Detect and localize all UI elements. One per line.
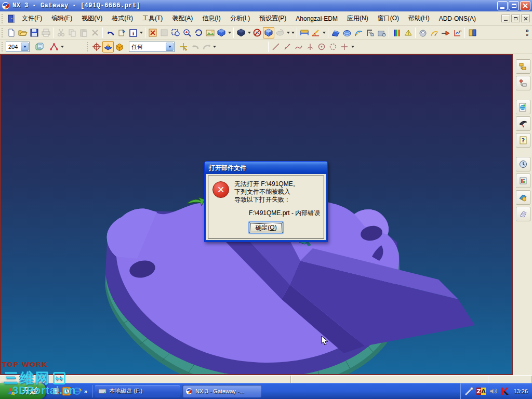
menu-information[interactable]: 信息(I) <box>197 12 225 25</box>
layer-combo[interactable]: 204 <box>6 42 30 52</box>
menu-edit[interactable]: 编辑(E) <box>47 12 77 25</box>
plus-tool-button[interactable] <box>339 41 350 52</box>
menu-ahongzai-edm[interactable]: Ahongzai-EDM <box>291 13 342 24</box>
start-button[interactable]: 开始 <box>0 383 46 399</box>
rotate-view-button[interactable] <box>193 27 204 38</box>
web-browser-button[interactable] <box>516 100 530 114</box>
snap-midpoint-button[interactable] <box>102 41 114 52</box>
measure-angle-button[interactable] <box>310 27 322 38</box>
display-mode-cube-button[interactable] <box>235 27 247 38</box>
toolbar-grip[interactable] <box>2 28 4 37</box>
information-button[interactable]: i <box>127 27 139 38</box>
save-button[interactable] <box>29 27 40 38</box>
analysis-surface-button[interactable] <box>341 27 353 38</box>
layer-combo-arrow-icon[interactable] <box>21 43 29 51</box>
suppress-display-button[interactable] <box>251 27 263 38</box>
tray-tool-icon[interactable] <box>465 387 473 395</box>
point-cross-tool-button[interactable] <box>304 41 316 52</box>
task-nx-gateway[interactable]: NX 3 - Gateway -... <box>182 385 261 397</box>
layer-visible-button[interactable] <box>34 41 45 52</box>
grid-button[interactable] <box>516 207 530 221</box>
menu-preferences[interactable]: 预设置(P) <box>255 12 291 25</box>
analysis-radius-button[interactable] <box>429 27 440 38</box>
display-mode-caret[interactable] <box>247 28 251 38</box>
snap-dropdown-caret[interactable] <box>60 42 64 52</box>
menu-analysis[interactable]: 分析(L) <box>225 12 255 25</box>
analysis-part-button[interactable] <box>376 27 387 38</box>
analysis-angle-check-button[interactable] <box>402 27 414 38</box>
scene-image-button[interactable] <box>204 27 216 38</box>
mdi-minimize-button[interactable] <box>501 15 510 22</box>
snap-endpoint-button[interactable] <box>114 41 125 52</box>
exit-door-icon[interactable] <box>8 15 15 23</box>
measure-caret[interactable] <box>322 28 326 38</box>
toolbar-grip[interactable] <box>87 42 89 51</box>
undo-button[interactable] <box>104 27 116 38</box>
mdi-close-button[interactable] <box>521 15 530 22</box>
curve-tools-caret[interactable] <box>350 42 355 52</box>
shaded-dropdown-caret[interactable] <box>227 28 232 38</box>
print-button[interactable] <box>40 27 51 38</box>
quicklaunch-ie-icon[interactable] <box>72 385 82 397</box>
zoom-window-button[interactable] <box>170 27 181 38</box>
circle-center-tool-button[interactable] <box>316 41 327 52</box>
menu-application[interactable]: 应用(N) <box>342 12 373 25</box>
menubar-grip[interactable] <box>2 14 4 23</box>
minimize-button[interactable] <box>497 1 508 10</box>
selection-filter-arrow-icon[interactable] <box>166 43 174 51</box>
zoom-button[interactable] <box>181 27 193 38</box>
history-button[interactable] <box>516 157 530 171</box>
deselect-button[interactable] <box>201 41 212 52</box>
restore-button[interactable] <box>509 1 519 10</box>
quicklaunch-overflow-chevron[interactable]: » <box>84 388 87 394</box>
menu-help[interactable]: 帮助(H) <box>404 12 434 25</box>
menu-window[interactable]: 窗口(O) <box>373 12 404 25</box>
ok-button[interactable]: 确定(O) <box>249 222 283 233</box>
window-titlebar[interactable]: NX 3 - Gateway - [491Q-6666.prt] <box>0 0 532 11</box>
point-constructor-button[interactable] <box>91 41 102 52</box>
new-file-button[interactable] <box>6 27 17 38</box>
group-overflow-caret[interactable] <box>290 28 295 38</box>
selection-filter-combo[interactable]: 任何 <box>129 42 175 52</box>
paste-button[interactable] <box>78 27 89 38</box>
analysis-report-button[interactable]: V1 <box>451 27 463 38</box>
menu-file[interactable]: 文件(F) <box>17 12 47 25</box>
menu-view[interactable]: 视图(V) <box>77 12 107 25</box>
line-point-tool-button[interactable] <box>282 41 293 52</box>
shaded-display-button[interactable] <box>263 27 274 38</box>
spline-tool-button[interactable] <box>293 41 304 52</box>
task-local-disk[interactable]: 本地磁盘 (F:) <box>95 385 180 397</box>
part-navigator-button[interactable] <box>516 76 530 90</box>
quicklaunch-clock-app-icon[interactable] <box>61 385 72 397</box>
selection-caret[interactable] <box>212 42 217 52</box>
menu-tools[interactable]: 工具(T) <box>138 12 167 25</box>
analysis-face-button[interactable] <box>330 27 341 38</box>
toolbar-overflow-button[interactable]: » » <box>525 29 529 37</box>
measure-distance-button[interactable] <box>299 27 310 38</box>
menu-format[interactable]: 格式(R) <box>107 12 138 25</box>
mdi-restore-button[interactable] <box>511 15 520 22</box>
zoom-scale-button[interactable] <box>158 27 170 38</box>
help-button[interactable]: ? <box>516 133 530 148</box>
rotate-mode-button[interactable] <box>274 27 286 38</box>
smart-point-button[interactable] <box>178 41 189 52</box>
analysis-draft-button[interactable] <box>417 27 429 38</box>
analysis-open-button[interactable] <box>467 27 478 38</box>
copy-button[interactable] <box>66 27 78 38</box>
circle-tool-button[interactable] <box>327 41 339 52</box>
line-tool-button[interactable] <box>270 41 282 52</box>
info-dropdown-caret[interactable] <box>139 28 143 38</box>
open-file-button[interactable] <box>17 27 29 38</box>
quicklaunch-mail-icon[interactable] <box>51 385 61 397</box>
tray-volume-icon[interactable] <box>489 388 497 395</box>
assembly-navigator-button[interactable] <box>516 59 530 74</box>
analysis-slope-button[interactable] <box>440 27 451 38</box>
analysis-curve-button[interactable] <box>353 27 364 38</box>
menu-assemblies[interactable]: 装配(A) <box>167 12 197 25</box>
analysis-section-button[interactable] <box>364 27 376 38</box>
tray-kaspersky-icon[interactable] <box>500 387 509 395</box>
paste-special-button[interactable] <box>116 27 127 38</box>
tray-zonealarm-icon[interactable]: ZA <box>476 387 486 395</box>
close-button[interactable] <box>520 1 530 10</box>
toolbar-grip[interactable] <box>2 42 4 51</box>
